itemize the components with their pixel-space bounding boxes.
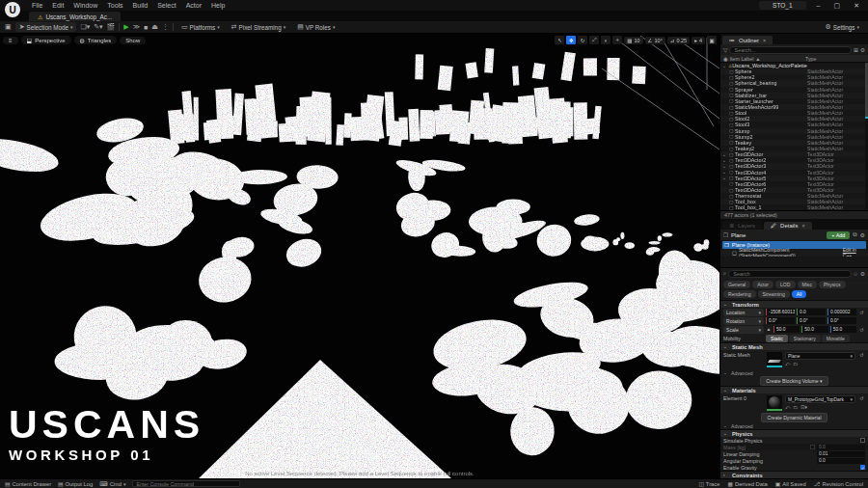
- mobility-option[interactable]: Stationary: [789, 335, 821, 342]
- mobility-option[interactable]: Movable: [822, 335, 850, 342]
- static-mesh-advanced[interactable]: ⌄Advanced: [720, 369, 868, 376]
- filter-chip[interactable]: Misc: [798, 281, 817, 288]
- lock-icon[interactable]: 🔒︎: [766, 326, 772, 333]
- simulate-physics-checkbox[interactable]: [860, 438, 865, 443]
- show-dropdown[interactable]: Show: [120, 37, 146, 44]
- enable-gravity-checkbox[interactable]: ✓: [860, 465, 865, 470]
- rotation-x-field[interactable]: 0.0°: [766, 317, 795, 324]
- close-button[interactable]: ✕: [851, 2, 862, 10]
- create-blocking-volume-button[interactable]: Create Blocking Volume ▾: [760, 376, 827, 386]
- more-icon[interactable]: ⋮: [162, 23, 169, 31]
- revision-control-button[interactable]: ⎇Revision Control: [814, 481, 863, 487]
- move-tool-icon[interactable]: ✥: [566, 36, 576, 44]
- select-tool-icon[interactable]: ↖: [555, 36, 564, 44]
- content-drawer-button[interactable]: ▤ Content Drawer: [5, 481, 51, 487]
- reset-material-icon[interactable]: ↺: [858, 395, 865, 411]
- linear-damping-field[interactable]: 0.01: [817, 451, 865, 457]
- unreal-logo-icon[interactable]: U: [5, 2, 20, 17]
- frame-skip-button[interactable]: ≫: [133, 23, 140, 31]
- angular-damping-field[interactable]: 0.0: [817, 458, 865, 464]
- output-log-button[interactable]: ▤ Output Log: [58, 481, 93, 487]
- rotate-tool-icon[interactable]: ↻: [578, 36, 587, 44]
- menu-item[interactable]: File: [27, 2, 47, 9]
- perspective-dropdown[interactable]: ⬓ Perspective: [21, 36, 71, 44]
- details-search-input[interactable]: [728, 270, 851, 278]
- location-y-field[interactable]: 0.0: [797, 309, 826, 315]
- rotation-z-field[interactable]: 0.0°: [827, 317, 856, 324]
- console-command-input[interactable]: [132, 480, 240, 487]
- rotation-dropdown[interactable]: Rotation▾: [723, 317, 764, 325]
- filter-chip[interactable]: General: [723, 281, 750, 288]
- scale-tool-icon[interactable]: ⤢: [589, 36, 599, 44]
- filter-icon[interactable]: ▽: [723, 47, 727, 53]
- camera-speed-control[interactable]: ▸4: [692, 37, 705, 44]
- add-component-button[interactable]: + Add: [827, 231, 850, 239]
- vp-roles-dropdown[interactable]: ▤ VP Roles▾: [293, 22, 339, 32]
- tab-details[interactable]: 🖉 Details ×: [764, 222, 812, 230]
- surface-snap-icon[interactable]: ⌖: [612, 36, 622, 44]
- scale-snap-control[interactable]: ⊿0.25: [667, 37, 690, 44]
- scale-y-field[interactable]: 50.0: [801, 326, 827, 333]
- menu-item[interactable]: Edit: [47, 2, 68, 9]
- static-mesh-select[interactable]: Plane▾: [785, 352, 855, 360]
- menu-item[interactable]: Actor: [181, 2, 206, 9]
- mass-override-checkbox[interactable]: [810, 445, 815, 449]
- menu-item[interactable]: Build: [128, 2, 153, 9]
- derived-data-button[interactable]: ▦Derived Data: [727, 481, 767, 487]
- location-z-field[interactable]: 0.000002: [827, 309, 856, 315]
- viewport-options-menu[interactable]: ≡: [3, 37, 18, 44]
- rotation-snap-control[interactable]: ∠10°: [645, 37, 665, 44]
- close-icon[interactable]: ×: [801, 223, 804, 229]
- tab-outliner[interactable]: ≔ Outliner ×: [722, 36, 773, 44]
- reset-location-icon[interactable]: ↺: [858, 310, 865, 315]
- close-icon[interactable]: ×: [763, 38, 766, 43]
- outliner-settings-icon[interactable]: ⚙: [860, 47, 865, 53]
- section-physics[interactable]: ⌄ Physics: [720, 429, 868, 437]
- reset-mesh-icon[interactable]: ↺: [858, 352, 865, 367]
- maximize-viewport-icon[interactable]: ▣: [707, 36, 717, 44]
- filter-chip[interactable]: Rendering: [723, 290, 756, 298]
- menu-item[interactable]: Tools: [102, 2, 127, 9]
- eye-icon[interactable]: ◉: [723, 56, 728, 62]
- section-constraints[interactable]: › Constraints: [720, 471, 868, 478]
- browse-asset-icon[interactable]: 🗀: [793, 404, 798, 411]
- pixel-streaming-dropdown[interactable]: ⇄ Pixel Streaming▾: [228, 22, 290, 32]
- details-settings-icon[interactable]: ⚙: [860, 231, 865, 238]
- browse-asset-icon[interactable]: 🗀: [793, 361, 798, 367]
- cmd-dropdown[interactable]: ⌨ Cmd▾: [99, 481, 125, 487]
- all-saved-indicator[interactable]: ▣All Saved: [775, 481, 806, 487]
- add-actor-icon[interactable]: ❏▾: [80, 23, 90, 31]
- use-selected-icon[interactable]: ⤺: [785, 404, 790, 411]
- location-dropdown[interactable]: Location▾: [723, 309, 764, 316]
- reset-scale-icon[interactable]: ↺: [858, 327, 865, 333]
- blueprints-icon[interactable]: ✎▾: [94, 23, 102, 31]
- scale-dropdown[interactable]: Scale▾: [723, 326, 764, 334]
- minimize-button[interactable]: –: [814, 2, 824, 9]
- filter-chip[interactable]: LOD: [775, 281, 795, 288]
- eject-button[interactable]: ⏏: [151, 23, 158, 31]
- filter-chip[interactable]: All: [792, 290, 807, 298]
- outliner-search-input[interactable]: [729, 46, 851, 54]
- menu-item[interactable]: Window: [68, 2, 102, 9]
- play-button[interactable]: ▶: [123, 23, 128, 31]
- folder-add-icon[interactable]: ⊞: [854, 47, 858, 53]
- scale-x-field[interactable]: 50.0: [773, 326, 800, 333]
- tab-layers[interactable]: ≣ Layers: [722, 221, 762, 230]
- grid-snap-control[interactable]: ▦10: [624, 37, 642, 44]
- scale-z-field[interactable]: 50.0: [830, 326, 856, 333]
- stop-button[interactable]: ■: [144, 24, 148, 31]
- details-gear-icon[interactable]: ⚙: [860, 271, 865, 277]
- menu-item[interactable]: Select: [152, 2, 180, 9]
- mass-field[interactable]: 0.0: [817, 445, 865, 450]
- world-space-icon[interactable]: ◐: [601, 36, 610, 44]
- use-selected-icon[interactable]: ⤺: [785, 361, 790, 367]
- section-static-mesh[interactable]: ⌄ Static Mesh: [720, 342, 868, 350]
- outliner-column-header[interactable]: ◉Item Label▲ Type: [720, 55, 868, 63]
- menu-item[interactable]: Help: [206, 2, 230, 9]
- material-extra-icon[interactable]: ⊡▾: [800, 404, 807, 411]
- selection-mode-dropdown[interactable]: ➤ Selection Mode▾: [15, 22, 77, 32]
- filter-chip[interactable]: Streaming: [758, 290, 790, 298]
- settings-dropdown[interactable]: ⚙ Settings▾: [821, 22, 863, 32]
- filter-chip[interactable]: Physics: [819, 281, 846, 288]
- save-icon[interactable]: ▣: [5, 23, 12, 31]
